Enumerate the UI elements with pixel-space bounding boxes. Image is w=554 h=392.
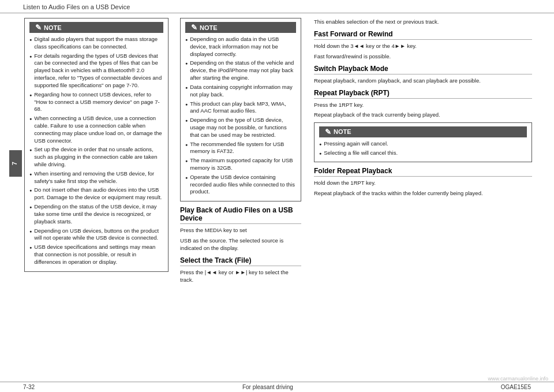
right-section-heading-4: Repeat Playback (RPT) [314,89,532,99]
right-section-body-1: Hold down the 3◄◄ key or the 4►► key. [314,42,532,50]
middle-note-header-label: NOTE [200,24,218,31]
middle-note-bullet: The maximum supported capacity for USB m… [185,157,296,172]
chapter-tab: 7 [9,150,22,177]
left-note-box: ✎ NOTE Digital audio players that suppor… [24,18,169,272]
right-section-body-4: Press the 1RPT key. [314,101,532,109]
left-note-bullet: Depending on USB devices, buttons on the… [29,227,163,242]
right-section-heading-3: Switch Playback Mode [314,65,532,74]
left-note-bullet: When connecting a USB device, use a conn… [29,115,163,144]
page-number: 7-32 [23,384,35,390]
bottom-subtitle: For pleasant driving [242,384,293,390]
left-note-bullet: Do not insert other than audio devices i… [29,186,163,201]
right-note-label-6: NOTE [334,128,351,135]
left-note-header: ✎ NOTE [29,22,163,33]
middle-column: ✎ NOTE Depending on audio data in the US… [174,13,307,375]
bottom-code: OGAE15E5 [501,384,531,390]
left-note-header-label: NOTE [44,24,62,31]
middle-note-bullet: Depending on audio data in the USB devic… [185,36,296,58]
middle-note-header: ✎ NOTE [185,22,296,33]
right-section-text2-8: Repeat playback of the tracks within the… [314,189,532,197]
middle-note-bullet: Depending on the type of USB device, usa… [185,117,296,139]
main-content: ✎ NOTE Digital audio players that suppor… [0,13,554,375]
right-note-header-6: ✎NOTE [319,126,527,137]
middle-section-text-2: Press the |◄◄ key or ►►| key to select t… [180,268,301,284]
right-sections: This enables selection of the next or pr… [314,18,532,197]
middle-note-icon: ✎ [191,23,197,32]
left-note-bullet: For details regarding the types of USB d… [29,53,163,89]
bottom-bar: 7-32 For pleasant driving OGAE15E5 [0,382,554,392]
middle-section-heading-0: Play Back of Audio Files on a USB Device [180,206,301,224]
right-note-icon-6: ✎ [325,128,331,136]
left-note-bullet: USB device specifications and settings m… [29,244,163,266]
right-note-bullet-6-1: Selecting a file will cancel this. [319,150,527,157]
left-note-bullet: When inserting and removing the USB devi… [29,170,163,185]
middle-section-heading-2: Select the Track (File) [180,256,301,266]
watermark: www.carmanualonline.info [488,376,548,382]
right-note-box-6: ✎NOTEPressing again will cancel.Selectin… [314,122,532,163]
middle-note-bullets: Depending on audio data in the USB devic… [185,36,296,196]
left-note-bullet: Set up the device in order that no unsaf… [29,146,163,168]
top-bar: Listen to Audio Files on a USB Device [0,0,554,13]
middle-note-bullet: This product can play back MP3, WMA, and… [185,100,296,115]
middle-note-bullet: Data containing copyright information ma… [185,84,296,99]
middle-sections: Play Back of Audio Files on a USB Device… [180,206,301,283]
right-section-text-0: This enables selection of the next or pr… [314,18,532,25]
note-icon: ✎ [35,23,42,32]
middle-note-bullet: Depending on the status of the vehicle a… [185,59,296,81]
right-section-text2-5: Repeat playback of the track currently b… [314,111,532,118]
right-section-heading-1: Fast Forward or Rewind [314,30,532,40]
left-note-bullet: Depending on the status of the USB devic… [29,203,163,225]
right-section-text2-2: Fast forward/rewind is possible. [314,53,532,60]
left-note-bullets: Digital audio players that support the m… [29,36,163,266]
left-note-bullet: Digital audio players that support the m… [29,36,163,51]
middle-note-bullet: The recommended file system for USB memo… [185,141,296,156]
right-column: This enables selection of the next or pr… [307,13,532,375]
right-note-bullet-6-0: Pressing again will cancel. [319,140,527,148]
page-container: Listen to Audio Files on a USB Device 7 … [0,0,554,392]
left-note-bullet: Regarding how to connect USB devices, re… [29,91,163,113]
middle-note-box: ✎ NOTE Depending on audio data in the US… [180,18,301,201]
page-header-title: Listen to Audio Files on a USB Device [23,3,130,10]
left-column: ✎ NOTE Digital audio players that suppor… [24,13,174,375]
middle-section-text-1: USB as the source. The selected source i… [180,237,301,252]
right-section-body-3: Repeat playback, random playback, and sc… [314,77,532,84]
middle-section-text-0: Press the MEDIA key to set [180,226,301,234]
right-section-body-7: Hold down the 1RPT key. [314,179,532,186]
right-section-heading-7: Folder Repeat Playback [314,167,532,177]
middle-note-bullet: Operate the USB device containing record… [185,174,296,196]
